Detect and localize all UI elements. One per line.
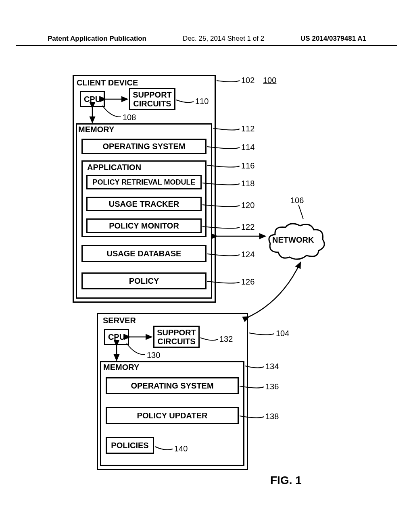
policy-monitor-label: POLICY MONITOR xyxy=(88,220,200,232)
server-cpu-box: CPU xyxy=(104,329,129,345)
server-support-line2: CIRCUITS xyxy=(154,337,198,346)
ref-120: 120 xyxy=(241,201,254,210)
ref-116: 116 xyxy=(241,161,254,170)
policies-box: POLICIES xyxy=(106,437,154,454)
policy-monitor-box: POLICY MONITOR xyxy=(86,218,202,233)
ref-138: 138 xyxy=(265,412,279,421)
ref-126: 126 xyxy=(241,277,254,287)
ref-140: 140 xyxy=(174,444,188,453)
ref-136: 136 xyxy=(265,382,279,391)
client-cpu-box: CPU xyxy=(80,91,105,107)
usage-tracker-box: USAGE TRACKER xyxy=(86,197,202,211)
client-device-title: CLIENT DEVICE xyxy=(77,78,138,87)
header-rule xyxy=(16,45,397,46)
header-right: US 2014/0379481 A1 xyxy=(300,35,366,43)
server-cpu-label: CPU xyxy=(105,330,128,344)
server-support-line1: SUPPORT xyxy=(154,328,198,337)
ref-124: 124 xyxy=(241,250,254,259)
client-memory-title: MEMORY xyxy=(78,125,114,134)
client-support-circuits-box: SUPPORT CIRCUITS xyxy=(129,88,175,110)
server-os-box: OPERATING SYSTEM xyxy=(106,377,239,394)
policies-label: POLICIES xyxy=(107,438,153,453)
client-support-line2: CIRCUITS xyxy=(130,99,174,108)
ref-122: 122 xyxy=(241,222,254,232)
server-os-label: OPERATING SYSTEM xyxy=(107,378,238,393)
figure-caption: FIG. 1 xyxy=(270,474,302,487)
policy-updater-label: POLICY UPDATER xyxy=(107,408,238,423)
server-memory-title: MEMORY xyxy=(103,363,139,372)
server-title: SERVER xyxy=(103,316,136,325)
ref-118: 118 xyxy=(241,179,254,188)
ref-112: 112 xyxy=(241,124,254,133)
ref-102: 102 xyxy=(241,76,254,85)
usage-tracker-label: USAGE TRACKER xyxy=(88,198,200,210)
client-os-box: OPERATING SYSTEM xyxy=(81,139,206,154)
ref-108: 108 xyxy=(123,113,136,122)
client-application-title: APPLICATION xyxy=(87,163,141,172)
network-label: NETWORK xyxy=(272,235,314,245)
page: Patent Application Publication Dec. 25, … xyxy=(0,0,413,532)
ref-104: 104 xyxy=(276,329,289,338)
ref-132: 132 xyxy=(219,335,233,344)
client-support-line1: SUPPORT xyxy=(130,90,174,99)
ref-106: 106 xyxy=(290,196,304,205)
usage-database-label: USAGE DATABASE xyxy=(83,246,205,261)
policy-retrieval-module-label: POLICY RETRIEVAL MODULE xyxy=(88,176,200,188)
policy-box: POLICY xyxy=(81,272,206,289)
usage-database-box: USAGE DATABASE xyxy=(81,245,206,262)
server-support-circuits-box: SUPPORT CIRCUITS xyxy=(153,326,200,348)
ref-100: 100 xyxy=(263,76,276,85)
ref-110: 110 xyxy=(195,97,209,106)
page-header: Patent Application Publication Dec. 25, … xyxy=(48,35,366,43)
header-left: Patent Application Publication xyxy=(48,35,146,43)
figure-1-diagram: CLIENT DEVICE CPU SUPPORT CIRCUITS MEMOR… xyxy=(73,75,355,478)
client-cpu-label: CPU xyxy=(81,92,104,106)
policy-retrieval-module-box: POLICY RETRIEVAL MODULE xyxy=(86,175,202,189)
ref-130: 130 xyxy=(147,351,160,360)
ref-114: 114 xyxy=(241,143,254,152)
policy-label: POLICY xyxy=(83,274,205,288)
header-center: Dec. 25, 2014 Sheet 1 of 2 xyxy=(183,35,264,43)
ref-134: 134 xyxy=(265,362,279,371)
client-os-label: OPERATING SYSTEM xyxy=(83,140,205,153)
policy-updater-box: POLICY UPDATER xyxy=(106,407,239,424)
